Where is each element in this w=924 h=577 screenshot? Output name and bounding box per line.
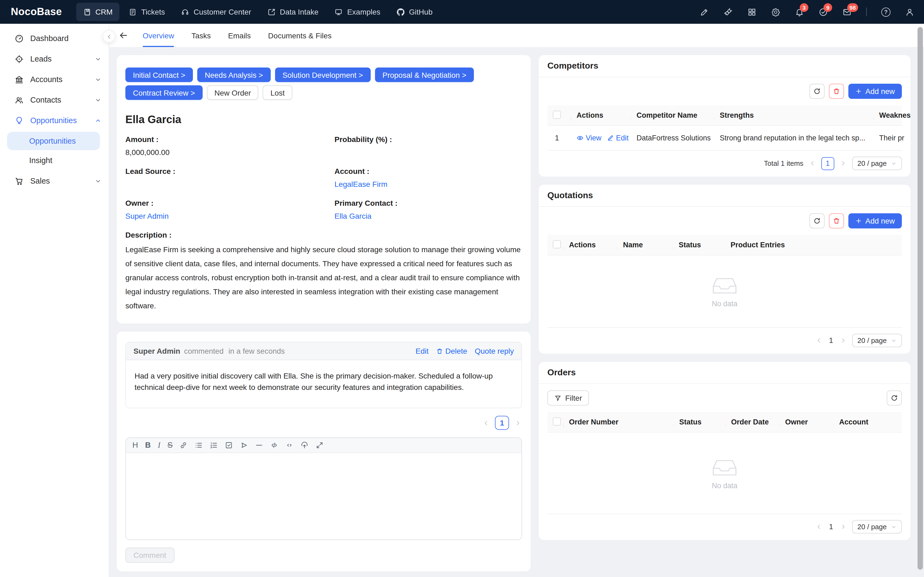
gear-icon[interactable] — [771, 7, 780, 16]
nav-item-data-intake[interactable]: Data Intake — [260, 3, 326, 21]
bulk-delete-button[interactable] — [829, 84, 844, 99]
nav-item-crm[interactable]: CRM — [76, 3, 120, 21]
column-weaknesses[interactable]: Weaknesses — [874, 111, 911, 119]
column-actions[interactable]: Actions — [571, 111, 631, 119]
tab-tasks[interactable]: Tasks — [192, 24, 211, 47]
comment-input-area[interactable] — [126, 453, 522, 540]
bold-icon[interactable]: B — [145, 441, 151, 449]
sidebar-item-contacts[interactable]: Contacts — [0, 90, 108, 110]
column-account[interactable]: Account — [834, 418, 902, 426]
tab-emails[interactable]: Emails — [228, 24, 251, 47]
stage-proposal-negotiation-button[interactable]: Proposal & Negotiation > — [375, 68, 474, 82]
column-actions[interactable]: Actions — [564, 241, 618, 249]
page-number[interactable]: 1 — [828, 337, 834, 345]
edit-link[interactable]: Edit — [607, 134, 629, 142]
modules-grid-icon[interactable] — [747, 7, 756, 16]
sidebar-item-dashboard[interactable]: Dashboard — [0, 28, 108, 48]
nav-item-customer-center[interactable]: Customer Center — [174, 3, 258, 21]
stage-contract-review-button[interactable]: Contract Review > — [125, 85, 203, 100]
chevron-right-icon[interactable] — [840, 337, 846, 343]
owner-link[interactable]: Super Admin — [125, 212, 169, 220]
comment-delete-link[interactable]: Delete — [436, 347, 467, 355]
select-all-checkbox[interactable] — [553, 417, 561, 425]
refresh-button[interactable] — [809, 84, 824, 99]
sidebar-item-sales[interactable]: Sales — [0, 171, 108, 191]
task-list-icon[interactable] — [225, 441, 233, 449]
bullet-list-icon[interactable] — [195, 441, 203, 449]
page-number[interactable]: 1 — [495, 416, 509, 430]
page-size-select[interactable]: 20 / page — [852, 520, 902, 533]
tasks-check-icon[interactable]: 9 — [819, 7, 828, 16]
sidebar-item-leads[interactable]: Leads — [0, 48, 108, 69]
back-arrow-icon[interactable] — [119, 31, 128, 40]
page-size-select[interactable]: 20 / page — [852, 156, 902, 170]
mail-icon[interactable]: 98 — [842, 7, 851, 16]
quote-icon[interactable] — [240, 441, 248, 449]
stage-initial-contact-button[interactable]: Initial Contact > — [125, 68, 193, 82]
stage-solution-development-button[interactable]: Solution Development > — [275, 68, 370, 82]
column-status[interactable]: Status — [674, 418, 726, 426]
chevron-left-icon[interactable] — [483, 420, 489, 426]
page-scrollbar-thumb[interactable] — [918, 27, 923, 570]
heading-icon[interactable]: H — [132, 441, 138, 449]
page-number[interactable]: 1 — [821, 157, 834, 170]
notification-bell-icon[interactable]: 3 — [795, 7, 804, 16]
new-order-button[interactable]: New Order — [207, 85, 258, 100]
comment-quote-reply-link[interactable]: Quote reply — [475, 347, 514, 355]
column-order-date[interactable]: Order Date — [726, 418, 780, 426]
ordered-list-icon[interactable] — [210, 441, 218, 449]
italic-icon[interactable]: I — [158, 441, 160, 449]
chevron-left-icon[interactable] — [809, 160, 816, 166]
app-logo[interactable]: NocoBase — [11, 6, 62, 18]
fullscreen-icon[interactable] — [316, 441, 324, 449]
chevron-right-icon[interactable] — [840, 524, 846, 530]
table-row[interactable]: 1 View Edit DataFortress Solutions Stron… — [548, 126, 902, 151]
account-link[interactable]: LegalEase Firm — [334, 180, 388, 189]
column-product-entries[interactable]: Product Entries — [725, 241, 902, 249]
add-new-button[interactable]: Add new — [848, 84, 902, 99]
select-all-checkbox[interactable] — [553, 110, 561, 119]
column-strengths[interactable]: Strengths — [714, 111, 874, 119]
stage-needs-analysis-button[interactable]: Needs Analysis > — [197, 68, 271, 82]
nav-item-examples[interactable]: Examples — [328, 3, 388, 21]
plugin-icon[interactable] — [724, 7, 733, 16]
sidebar-collapse-button[interactable] — [103, 30, 115, 43]
upload-icon[interactable] — [301, 441, 309, 449]
nav-item-tickets[interactable]: Tickets — [122, 3, 172, 21]
sidebar-subitem-opportunities[interactable]: Opportunities — [7, 132, 100, 150]
column-owner[interactable]: Owner — [780, 418, 834, 426]
chevron-left-icon[interactable] — [816, 524, 822, 530]
filter-button[interactable]: Filter — [548, 390, 589, 406]
refresh-button[interactable] — [887, 390, 902, 406]
comment-edit-link[interactable]: Edit — [415, 347, 428, 355]
chevron-right-icon[interactable] — [840, 160, 846, 166]
page-number[interactable]: 1 — [828, 523, 834, 531]
chevron-right-icon[interactable] — [515, 420, 521, 426]
primary-contact-link[interactable]: Ella Garcia — [334, 212, 372, 220]
column-order-number[interactable]: Order Number — [564, 418, 674, 426]
tab-overview[interactable]: Overview — [143, 24, 174, 47]
lost-button[interactable]: Lost — [263, 85, 292, 100]
link-icon[interactable] — [180, 441, 188, 449]
bulk-delete-button[interactable] — [829, 213, 844, 229]
sidebar-item-opportunities[interactable]: Opportunities — [0, 110, 108, 131]
strikethrough-icon[interactable]: S — [168, 441, 173, 449]
page-size-select[interactable]: 20 / page — [852, 334, 902, 347]
code-block-icon[interactable] — [270, 441, 279, 449]
nav-item-github[interactable]: GitHub — [389, 3, 439, 21]
chevron-left-icon[interactable] — [816, 337, 822, 343]
pen-icon[interactable] — [700, 7, 709, 16]
tab-documents-files[interactable]: Documents & Files — [268, 24, 331, 47]
select-all-checkbox[interactable] — [553, 240, 561, 248]
column-name[interactable]: Name — [618, 241, 673, 249]
horizontal-rule-icon[interactable] — [255, 441, 263, 449]
sidebar-subitem-insight[interactable]: Insight — [7, 151, 100, 169]
add-new-button[interactable]: Add new — [848, 213, 902, 229]
comment-submit-button[interactable]: Comment — [125, 548, 174, 563]
user-icon[interactable] — [905, 7, 914, 16]
column-status[interactable]: Status — [673, 241, 725, 249]
inline-code-icon[interactable] — [286, 441, 294, 449]
column-competitor-name[interactable]: Competitor Name — [631, 111, 714, 119]
help-icon[interactable]: ? — [881, 7, 890, 16]
sidebar-item-accounts[interactable]: Accounts — [0, 69, 108, 90]
